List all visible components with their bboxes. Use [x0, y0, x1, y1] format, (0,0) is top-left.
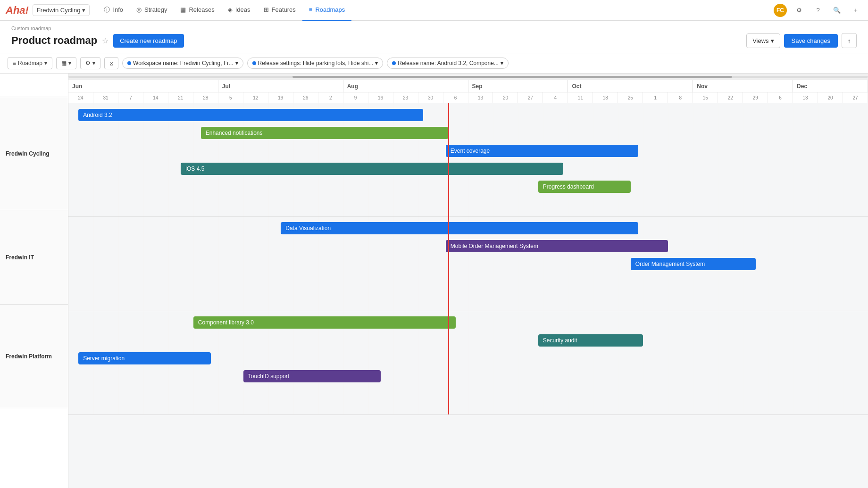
nav-label-info: Info	[113, 6, 123, 13]
gantt-bar[interactable]: Security audit	[538, 334, 643, 347]
gantt-bars-area: Android 3.2Enhanced notificationsEvent c…	[68, 103, 868, 414]
scroll-thumb[interactable]	[292, 76, 732, 78]
workspace-selector[interactable]: Fredwin Cycling ▾	[33, 4, 90, 16]
section-label-fredwin-cycling: Fredwin Cycling	[0, 97, 68, 210]
week-cell: 14	[143, 92, 168, 103]
week-cell: 6	[443, 92, 468, 103]
page-header: Custom roadmap Product roadmap ☆ Create …	[0, 21, 868, 53]
release-settings-filter-chip[interactable]: Release settings: Hide parking lots, Hid…	[247, 58, 384, 69]
week-cell: 11	[568, 92, 593, 103]
page-title-row: Product roadmap ☆ Create new roadmap Vie…	[11, 33, 857, 53]
week-divider-line	[818, 103, 818, 414]
nav-item-ideas[interactable]: ◈ Ideas	[221, 0, 257, 21]
gantt-bar[interactable]: Data Visualization	[281, 222, 638, 234]
week-divider-line	[443, 103, 444, 414]
week-divider-line	[268, 103, 269, 414]
chevron-down-icon: ▾	[82, 7, 85, 14]
favorite-star-icon[interactable]: ☆	[102, 36, 108, 45]
nav-label-ideas: Ideas	[235, 6, 250, 13]
nav-item-features[interactable]: ⊞ Features	[257, 0, 302, 21]
month-cell: Jul	[218, 80, 343, 92]
nav-label-features: Features	[272, 6, 296, 13]
week-cell: 27	[518, 92, 543, 103]
section-label-fredwin-it: Fredwin IT	[0, 210, 68, 305]
main-navigation: ⓘ Info ◎ Strategy ▦ Releases ◈ Ideas ⊞ F…	[97, 0, 774, 21]
gantt-bar[interactable]: Event coverage	[446, 145, 638, 157]
gantt-chart: Fredwin Cycling Fredwin IT Fredwin Platf…	[0, 74, 868, 488]
ideas-icon: ◈	[228, 6, 233, 13]
filter-icon: ⧖	[109, 60, 113, 66]
nav-label-releases: Releases	[189, 6, 214, 13]
week-cell: 25	[618, 92, 643, 103]
week-cell: 29	[743, 92, 768, 103]
week-divider-line	[368, 103, 369, 414]
settings-icon[interactable]: ⚙	[793, 4, 806, 17]
toolbar: ≡ Roadmap ▾ ▦ ▾ ⚙ ▾ ⧖ Workspace name: Fr…	[0, 53, 868, 74]
gantt-bar[interactable]: Enhanced notifications	[201, 127, 448, 139]
nav-item-releases[interactable]: ▦ Releases	[174, 0, 221, 21]
week-cell: 8	[668, 92, 693, 103]
gantt-bar[interactable]: Server migration	[78, 352, 211, 364]
roadmap-view-selector[interactable]: ≡ Roadmap ▾	[8, 57, 52, 69]
chevron-down-icon: ▾	[44, 60, 47, 66]
filter-dot-icon	[252, 61, 256, 65]
week-divider-line	[218, 103, 219, 414]
week-divider-line	[168, 103, 169, 414]
export-icon[interactable]: ↑	[842, 33, 857, 48]
week-cell: 13	[793, 92, 818, 103]
week-cell: 24	[68, 92, 93, 103]
views-button[interactable]: Views ▾	[746, 33, 780, 48]
week-divider-line	[418, 103, 419, 414]
nav-item-info[interactable]: ⓘ Info	[97, 0, 130, 21]
release-name-filter-chip[interactable]: Release name: Android 3.2, Compone... ▾	[387, 58, 508, 69]
chevron-down-icon: ▾	[771, 37, 774, 44]
search-icon[interactable]: 🔍	[830, 4, 843, 17]
week-cell: 20	[493, 92, 518, 103]
week-divider-line	[343, 103, 344, 414]
week-divider-line	[68, 103, 69, 414]
gantt-bar[interactable]: iOS 4.5	[181, 163, 563, 175]
breadcrumb: Custom roadmap	[11, 25, 857, 31]
nav-item-roadmaps[interactable]: ≡ Roadmaps	[302, 0, 351, 21]
add-icon[interactable]: +	[849, 4, 862, 17]
create-roadmap-button[interactable]: Create new roadmap	[113, 34, 184, 48]
filter-dot-icon	[127, 61, 131, 65]
week-cell: 26	[293, 92, 318, 103]
gear-icon: ⚙	[85, 60, 91, 66]
week-cell: 19	[268, 92, 293, 103]
gantt-bar[interactable]: Order Management System	[631, 258, 756, 270]
release-name-filter-label: Release name: Android 3.2, Compone...	[398, 60, 498, 66]
views-label: Views	[752, 37, 768, 44]
save-changes-button[interactable]: Save changes	[784, 34, 838, 48]
filter-button[interactable]: ⧖	[104, 57, 118, 69]
chevron-down-icon: ▾	[501, 60, 503, 66]
strategy-icon: ◎	[136, 6, 142, 13]
user-avatar[interactable]: FC	[774, 4, 787, 17]
week-divider-line	[793, 103, 793, 414]
gantt-bar[interactable]: TouchID support	[243, 370, 381, 382]
scroll-slider[interactable]	[68, 74, 868, 80]
list-icon: ≡	[13, 60, 16, 66]
app-logo: Aha!	[6, 4, 29, 17]
workspace-filter-chip[interactable]: Workspace name: Fredwin Cycling, Fr... ▾	[122, 58, 243, 69]
gantt-bar[interactable]: Component library 3.0	[193, 316, 456, 329]
nav-label-strategy: Strategy	[144, 6, 167, 13]
week-cell: 30	[418, 92, 443, 103]
week-cell: 7	[118, 92, 143, 103]
date-range-selector[interactable]: ▦ ▾	[56, 57, 76, 69]
week-cell: 12	[243, 92, 268, 103]
week-cell: 27	[843, 92, 868, 103]
scroll-track	[68, 76, 868, 78]
nav-item-strategy[interactable]: ◎ Strategy	[130, 0, 174, 21]
weeks-row: 2431714212851219262916233061320274111825…	[68, 92, 868, 103]
settings-toolbar-btn[interactable]: ⚙ ▾	[80, 57, 100, 69]
roadmap-label: Roadmap	[18, 60, 42, 66]
gantt-bar[interactable]: Mobile Order Management System	[446, 240, 668, 252]
week-cell: 31	[93, 92, 118, 103]
week-cell: 28	[193, 92, 218, 103]
gantt-bar[interactable]: Progress dashboard	[538, 181, 631, 193]
today-line	[448, 103, 449, 414]
gantt-bar[interactable]: Android 3.2	[78, 109, 423, 121]
help-icon[interactable]: ?	[811, 4, 825, 17]
chevron-down-icon: ▾	[92, 60, 95, 66]
